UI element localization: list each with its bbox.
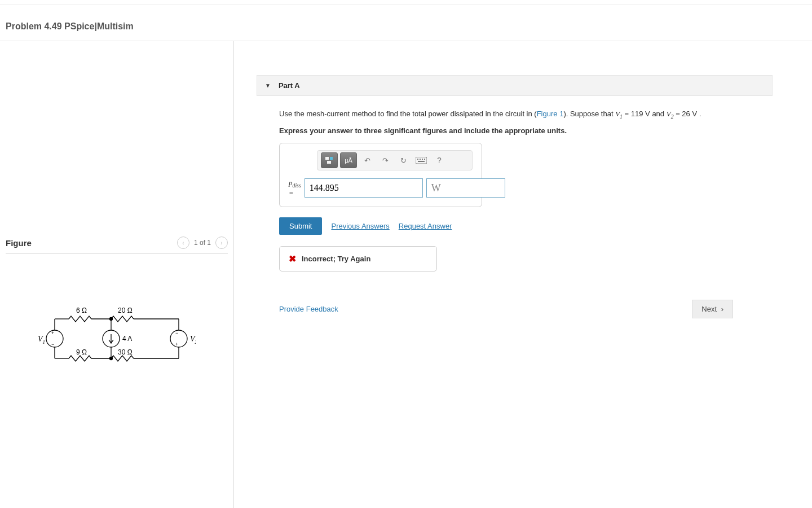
figure-prev-button[interactable]: ‹ <box>177 237 189 249</box>
units-tool-button[interactable]: µÅ <box>340 152 357 168</box>
figure-panel: Figure ‹ 1 of 1 › <box>0 41 234 508</box>
part-title: Part A <box>279 81 300 90</box>
figure-heading: Figure <box>6 238 32 248</box>
svg-text:+: + <box>175 341 178 347</box>
figure-next-button[interactable]: › <box>215 237 228 249</box>
provide-feedback-link[interactable]: Provide Feedback <box>279 305 338 313</box>
request-answer-link[interactable]: Request Answer <box>399 222 452 230</box>
submit-button[interactable]: Submit <box>279 217 322 235</box>
redo-icon[interactable]: ↷ <box>377 152 393 168</box>
svg-rect-21 <box>420 159 421 160</box>
previous-answers-link[interactable]: Previous Answers <box>331 222 389 230</box>
chevron-right-icon: › <box>719 305 723 313</box>
figure-nav-text: 1 of 1 <box>194 239 211 247</box>
svg-text:9 Ω: 9 Ω <box>76 348 87 356</box>
answer-value-input[interactable] <box>304 178 423 198</box>
svg-rect-16 <box>325 157 329 160</box>
svg-text:V1: V1 <box>38 335 45 345</box>
svg-point-2 <box>170 330 187 347</box>
undo-icon[interactable]: ↶ <box>359 152 375 168</box>
help-icon[interactable]: ? <box>431 152 447 168</box>
svg-rect-22 <box>422 159 423 160</box>
part-header[interactable]: ▼ Part A <box>257 75 773 96</box>
svg-point-0 <box>46 330 63 347</box>
answer-unit-input[interactable] <box>426 178 505 198</box>
template-tool-button[interactable] <box>321 152 338 168</box>
svg-text:4 A: 4 A <box>122 335 132 343</box>
keyboard-icon[interactable] <box>413 152 429 168</box>
incorrect-icon: ✖ <box>289 253 296 264</box>
problem-title: Problem 4.49 PSpice|Multisim <box>0 5 812 41</box>
svg-text:6 Ω: 6 Ω <box>76 306 87 314</box>
svg-point-3 <box>110 318 113 321</box>
svg-rect-17 <box>330 157 333 160</box>
answer-instructions: Express your answer to three significant… <box>279 126 773 135</box>
reset-icon[interactable]: ↻ <box>395 152 411 168</box>
next-button[interactable]: Next › <box>692 300 733 318</box>
svg-text:−: − <box>51 341 54 347</box>
answer-lhs: pdiss = <box>289 178 301 198</box>
svg-rect-19 <box>416 157 427 164</box>
svg-text:V2: V2 <box>190 335 196 345</box>
svg-text:+: + <box>51 330 54 336</box>
svg-rect-24 <box>418 161 425 162</box>
equation-toolbar: µÅ ↶ ↷ ↻ ? <box>317 150 473 170</box>
svg-text:30 Ω: 30 Ω <box>118 348 133 356</box>
svg-rect-23 <box>424 159 425 160</box>
caret-down-icon: ▼ <box>265 82 271 89</box>
answer-panel: µÅ ↶ ↷ ↻ ? pdiss = <box>279 143 482 207</box>
svg-point-4 <box>110 357 113 360</box>
circuit-diagram: + − − + 6 Ω 20 Ω 9 Ω 30 Ω 4 A V1 V2 <box>38 305 196 378</box>
svg-rect-20 <box>417 159 418 160</box>
svg-text:−: − <box>175 330 178 336</box>
feedback-text: Incorrect; Try Again <box>302 255 370 263</box>
feedback-box: ✖ Incorrect; Try Again <box>279 246 437 271</box>
figure-link[interactable]: Figure 1 <box>537 110 564 118</box>
question-text: Use the mesh-current method to find the … <box>279 108 773 121</box>
svg-rect-18 <box>327 161 331 164</box>
svg-text:20 Ω: 20 Ω <box>118 306 133 314</box>
